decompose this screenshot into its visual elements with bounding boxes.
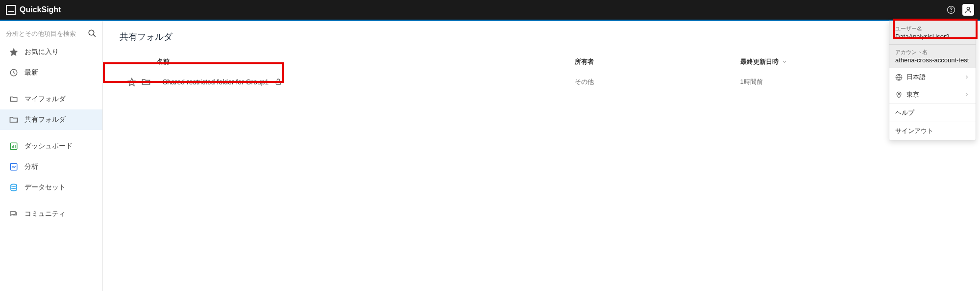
clock-icon	[9, 68, 19, 78]
dashboard-icon	[9, 141, 19, 151]
search-input[interactable]	[6, 30, 84, 37]
chevron-right-icon	[964, 92, 970, 98]
sidebar-item-dashboards[interactable]: ダッシュボード	[0, 136, 102, 157]
location-icon	[895, 91, 903, 99]
svg-point-2	[967, 7, 969, 10]
chevron-down-icon	[782, 59, 787, 65]
sidebar-item-shared-folder[interactable]: 共有フォルダ	[0, 109, 102, 130]
sidebar-item-label: 共有フォルダ	[24, 115, 66, 124]
globe-icon	[895, 74, 903, 81]
svg-line-4	[93, 34, 96, 37]
chat-icon	[9, 209, 19, 219]
sidebar-item-my-folder[interactable]: マイフォルダ	[0, 89, 102, 109]
menu-item-language[interactable]: 日本語	[889, 68, 976, 86]
svg-point-1	[951, 11, 952, 12]
sidebar-item-label: マイフォルダ	[24, 95, 66, 104]
signout-label: サインアウト	[895, 127, 933, 135]
dataset-icon	[9, 183, 19, 192]
folder-modified: 1時間前	[740, 78, 906, 86]
language-value: 日本語	[906, 73, 926, 81]
chevron-right-icon	[964, 74, 970, 80]
account-value: athena-cross-account-test	[895, 56, 970, 64]
help-icon[interactable]	[946, 4, 956, 15]
menu-item-signout[interactable]: サインアウト	[889, 122, 976, 140]
sidebar-item-community[interactable]: コミュニティ	[0, 204, 102, 224]
user-menu: ユーザー名 DataAnalysisUser2 アカウント名 athena-cr…	[889, 21, 976, 140]
folder-icon	[9, 94, 19, 104]
highlight-annotation	[103, 62, 284, 83]
search-icon[interactable]	[88, 29, 97, 38]
sidebar-item-label: ダッシュボード	[24, 142, 73, 151]
highlight-annotation	[893, 19, 978, 39]
account-label: アカウント名	[895, 49, 970, 56]
svg-point-13	[898, 93, 900, 95]
topbar-left: QuickSight	[6, 5, 61, 15]
main-content: 共有フォルダ 名前 所有者 最終更新日時	[103, 21, 980, 291]
quicksight-logo-icon	[6, 5, 16, 15]
sidebar-item-label: コミュニティ	[24, 210, 66, 218]
col-header-modified-label: 最終更新日時	[740, 57, 779, 66]
sidebar-item-datasets[interactable]: データセット	[0, 177, 102, 198]
svg-point-9	[11, 184, 17, 186]
sidebar-item-recent[interactable]: 最新	[0, 62, 102, 83]
sidebar-item-label: お気に入り	[24, 48, 59, 56]
menu-item-region[interactable]: 東京	[889, 86, 976, 104]
sidebar-item-favorites[interactable]: お気に入り	[0, 42, 102, 62]
page-title: 共有フォルダ	[120, 31, 965, 43]
search-row	[0, 25, 102, 42]
col-header-owner[interactable]: 所有者	[575, 57, 740, 66]
sidebar: お気に入り 最新 マイフォルダ 共有フォルダ ダッシュボード	[0, 21, 103, 291]
svg-marker-5	[10, 49, 18, 56]
analysis-icon	[9, 162, 19, 172]
topbar: QuickSight	[0, 0, 980, 20]
sidebar-item-label: 最新	[24, 68, 38, 77]
region-value: 東京	[906, 90, 919, 99]
brand: QuickSight	[20, 5, 61, 14]
svg-point-3	[89, 30, 94, 35]
help-label: ヘルプ	[895, 108, 914, 117]
sidebar-item-label: データセット	[24, 183, 66, 192]
shared-folder-icon	[9, 115, 19, 125]
user-menu-button[interactable]	[962, 4, 974, 16]
sidebar-item-analyses[interactable]: 分析	[0, 157, 102, 177]
star-icon	[9, 47, 19, 57]
col-header-modified[interactable]: 最終更新日時	[740, 57, 906, 66]
folder-owner: その他	[575, 78, 740, 86]
sidebar-item-label: 分析	[24, 162, 38, 171]
topbar-right	[946, 4, 974, 16]
menu-item-help[interactable]: ヘルプ	[889, 104, 976, 122]
menu-account-section: アカウント名 athena-cross-account-test	[889, 45, 976, 68]
